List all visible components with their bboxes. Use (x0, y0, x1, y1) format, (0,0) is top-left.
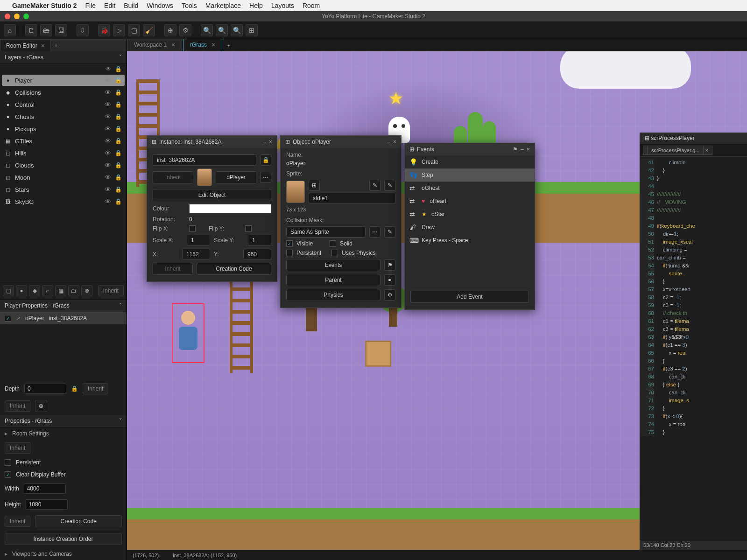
colour-swatch[interactable] (189, 204, 271, 213)
menu-windows[interactable]: Windows (147, 2, 173, 9)
layer-collisions[interactable]: ◆Collisions👁🔒 (0, 86, 127, 98)
height-input[interactable] (26, 499, 68, 510)
viewports-label[interactable]: Viewports and Cameras (12, 551, 72, 557)
import-button[interactable]: ⇩ (77, 24, 89, 36)
instance-creation-order-button[interactable]: Instance Creation Order (5, 533, 122, 545)
inherit-button[interactable]: Inherit (153, 171, 193, 183)
open-button[interactable]: 🗁 (40, 24, 52, 36)
event-draw[interactable]: 🖌Draw (405, 221, 535, 234)
eye-icon[interactable]: 👁 (105, 137, 111, 145)
player-properties-header[interactable]: Player Properties - rGrass ˅ (0, 300, 127, 312)
menu-room[interactable]: Room (303, 2, 320, 9)
pin-icon[interactable]: – (521, 146, 524, 153)
add-bg-layer-button[interactable]: ▦ (55, 285, 66, 296)
y-input[interactable] (243, 249, 271, 260)
code-tab[interactable]: scrProcessPlayer.g... × (643, 146, 712, 155)
layer-ghosts[interactable]: ●Ghosts👁🔒 (0, 111, 127, 123)
physics-checkbox[interactable] (331, 250, 338, 256)
eye-icon[interactable]: 👁 (105, 101, 111, 108)
lock-icon[interactable]: 🔒 (115, 66, 122, 72)
app-name[interactable]: GameMaker Studio 2 (12, 2, 77, 9)
inherit-button[interactable]: Inherit (5, 516, 30, 527)
lock-icon[interactable]: 🔒 (115, 89, 122, 96)
code-editor[interactable]: 41 climbin42 }43}4445////////////////46/… (640, 157, 747, 438)
room-editor-tab[interactable]: Room Editor × (0, 39, 51, 51)
layer-pickups[interactable]: ●Pickups👁🔒 (0, 123, 127, 135)
inherit-button[interactable]: Inherit (98, 285, 124, 296)
room-settings-label[interactable]: Room Settings (12, 430, 49, 437)
eye-icon[interactable]: 👁 (106, 66, 111, 72)
lock-icon[interactable]: 🔒 (115, 113, 122, 120)
zoom-out-button[interactable]: 🔍 (216, 24, 228, 36)
visible-checkbox[interactable] (286, 240, 293, 247)
stop-button[interactable]: ▢ (128, 24, 140, 36)
add-layer-button[interactable]: ● (16, 285, 27, 296)
close-icon[interactable]: × (171, 41, 175, 49)
run-button[interactable]: ▷ (113, 24, 125, 36)
close-icon[interactable]: × (269, 139, 272, 145)
flipy-checkbox[interactable] (245, 225, 252, 232)
persistent-checkbox[interactable] (5, 459, 11, 466)
events-button[interactable]: Events (286, 259, 381, 271)
debug-button[interactable]: 🐞 (98, 24, 110, 36)
event-oghost[interactable]: ⇄oGhost (405, 182, 535, 195)
zoom-window-button[interactable] (23, 14, 29, 19)
event-ostar[interactable]: ⇄★oStar (405, 208, 535, 221)
menu-file[interactable]: File (85, 2, 96, 9)
layers-header[interactable]: Layers - rGrass ˅ (0, 51, 127, 64)
eye-icon[interactable]: 👁 (105, 186, 111, 193)
eye-icon[interactable]: 👁 (105, 125, 111, 133)
physics-button[interactable]: Physics (286, 289, 381, 301)
event-key-press---space[interactable]: ⌨Key Press - Space (405, 234, 535, 247)
edit-object-button[interactable]: Edit Object (153, 189, 271, 201)
more-button[interactable]: ⋯ (369, 226, 381, 238)
lock-icon[interactable]: 🔒 (115, 77, 122, 84)
close-icon[interactable]: × (211, 41, 215, 49)
creation-code-button[interactable]: Creation Code (197, 263, 271, 275)
layer-moon[interactable]: ▢Moon👁🔒 (0, 171, 127, 183)
gear-icon[interactable]: ⚙ (384, 289, 395, 301)
sprite-name-input[interactable] (309, 193, 395, 204)
lock-icon[interactable]: 🔒 (115, 126, 122, 132)
lock-icon[interactable]: 🔒 (115, 138, 122, 144)
flag-icon[interactable]: ⚑ (384, 259, 395, 271)
inherit-button[interactable]: Inherit (5, 442, 30, 454)
object-button[interactable]: oPlayer (216, 171, 256, 183)
sprite-preview[interactable] (286, 181, 305, 203)
layer-clouds[interactable]: ▢Clouds👁🔒 (0, 159, 127, 171)
menu-build[interactable]: Build (124, 2, 138, 9)
depth-input[interactable] (24, 384, 66, 394)
add-instance-layer-button[interactable]: ▢ (3, 285, 14, 296)
layer-hills[interactable]: ▢Hills👁🔒 (0, 147, 127, 159)
sprite-thumbnail[interactable] (197, 168, 212, 186)
clear-buffer-checkbox[interactable] (5, 471, 11, 478)
event-create[interactable]: 💡Create (405, 155, 535, 168)
add-tab-button[interactable]: + (51, 42, 61, 49)
menu-edit[interactable]: Edit (104, 2, 115, 9)
tab-rgrass[interactable]: rGrass × (183, 39, 222, 51)
close-window-button[interactable] (5, 14, 10, 19)
menu-help[interactable]: Help (249, 2, 263, 9)
flag-icon[interactable]: ⚑ (513, 146, 518, 153)
lock-icon[interactable]: 🔒 (115, 101, 122, 108)
inherit-button[interactable]: Inherit (153, 263, 193, 275)
lock-icon[interactable]: 🔒 (115, 198, 122, 205)
settings-icon[interactable]: ⊕ (35, 400, 47, 412)
settings-button[interactable]: ⚙ (179, 24, 191, 36)
folder-button[interactable]: 🗀 (68, 285, 79, 296)
new-button[interactable]: 🗋 (25, 24, 37, 36)
code-header[interactable]: ⊞ scrProcessPlayer (640, 133, 747, 144)
zoom-reset-button[interactable]: 🔍 (231, 24, 243, 36)
lock-icon[interactable]: 🔒 (260, 154, 271, 166)
lock-icon[interactable]: 🔒 (115, 186, 122, 193)
layer-control[interactable]: ●Control👁🔒 (0, 98, 127, 111)
object-panel[interactable]: ⊞Object: oPlayer–× Name: oPlayer Sprite:… (280, 135, 402, 308)
collision-mask-input[interactable] (286, 226, 366, 238)
inherit-button[interactable]: Inherit (5, 400, 30, 412)
event-step[interactable]: 👣Step (405, 168, 535, 182)
lock-icon[interactable]: 🔒 (115, 150, 122, 156)
new-sprite-button[interactable]: ✎ (384, 180, 395, 191)
checkbox[interactable] (5, 315, 11, 322)
solid-checkbox[interactable] (330, 240, 336, 247)
parent-button[interactable]: Parent (286, 274, 381, 286)
